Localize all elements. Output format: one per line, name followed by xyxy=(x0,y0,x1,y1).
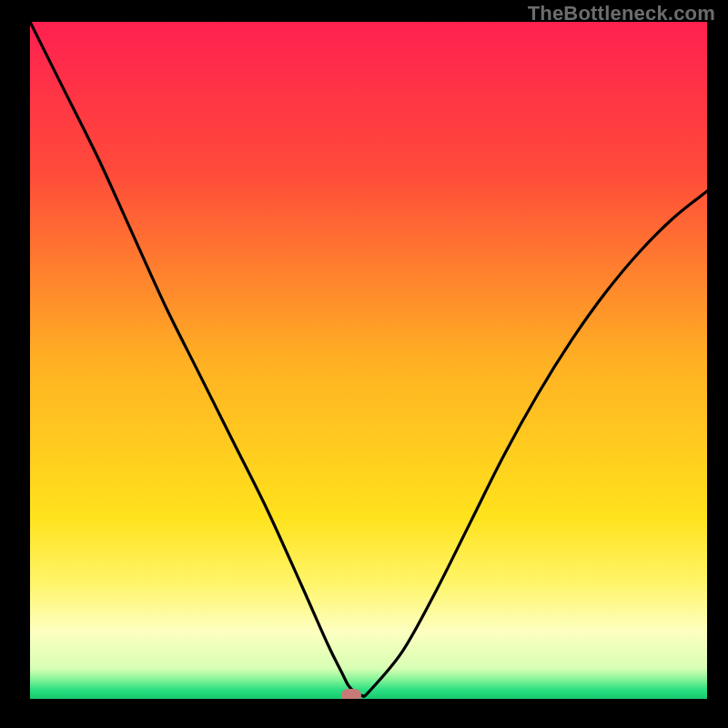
bottleneck-curve-path xyxy=(30,22,707,696)
chart-frame: TheBottleneck.com xyxy=(0,0,728,728)
plot-area xyxy=(30,22,707,699)
optimum-marker xyxy=(341,689,361,699)
curve-svg xyxy=(30,22,707,699)
